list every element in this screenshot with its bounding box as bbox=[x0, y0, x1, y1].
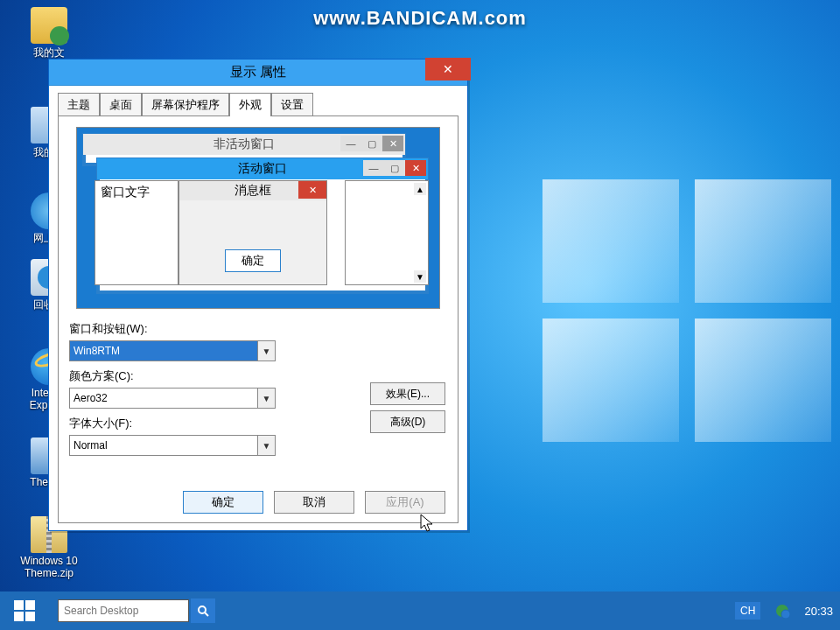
search-button[interactable] bbox=[191, 598, 215, 623]
clock[interactable]: 20:33 bbox=[804, 605, 833, 618]
search-input[interactable] bbox=[58, 599, 189, 622]
maximize-icon: ▢ bbox=[361, 136, 382, 151]
tab-desktop[interactable]: 桌面 bbox=[100, 93, 142, 116]
tab-appearance[interactable]: 外观 bbox=[229, 93, 271, 116]
scroll-down-icon: ▼ bbox=[414, 270, 426, 283]
preview-window-text-pane: 窗口文字 bbox=[94, 180, 178, 285]
start-button[interactable] bbox=[0, 592, 49, 630]
tab-settings[interactable]: 设置 bbox=[271, 93, 313, 116]
minimize-icon: — bbox=[363, 160, 384, 176]
scroll-up-icon: ▲ bbox=[414, 183, 426, 195]
preview-msgbox-ok-button: 确定 bbox=[225, 249, 281, 272]
system-tray: CH 20:33 bbox=[735, 602, 833, 620]
ok-button[interactable]: 确定 bbox=[183, 491, 263, 514]
close-icon: ✕ bbox=[382, 136, 403, 151]
font-size-value: Normal bbox=[74, 439, 108, 452]
dialog-title-text: 显示 属性 bbox=[230, 64, 286, 80]
cancel-button[interactable]: 取消 bbox=[274, 491, 354, 514]
tab-theme[interactable]: 主题 bbox=[58, 93, 100, 116]
close-icon: ✕ bbox=[443, 62, 453, 76]
desktop-icon-my-documents[interactable]: 我的文 bbox=[16, 7, 82, 60]
dialog-tabs: 主题 桌面 屏幕保护程序 外观 设置 bbox=[49, 86, 467, 116]
chevron-down-icon: ▼ bbox=[257, 436, 275, 455]
dialog-button-row: 确定 取消 应用(A) bbox=[183, 491, 445, 514]
tab-screensaver[interactable]: 屏幕保护程序 bbox=[142, 93, 229, 116]
appearance-preview: 非活动窗口 — ▢ ✕ 活动窗口 — ▢ bbox=[76, 127, 440, 309]
chevron-down-icon: ▼ bbox=[257, 388, 275, 408]
color-scheme-value: Aero32 bbox=[74, 392, 108, 404]
language-indicator[interactable]: CH bbox=[735, 602, 760, 620]
tab-panel-appearance: 非活动窗口 — ▢ ✕ 活动窗口 — ▢ bbox=[58, 116, 458, 523]
windows-buttons-label: 窗口和按钮(W): bbox=[69, 321, 447, 337]
close-icon: ✕ bbox=[405, 160, 426, 176]
wallpaper-windows-logo bbox=[542, 179, 831, 442]
svg-point-0 bbox=[199, 606, 206, 613]
effects-button[interactable]: 效果(E)... bbox=[370, 382, 445, 405]
windows-logo-icon bbox=[14, 600, 35, 621]
dialog-close-button[interactable]: ✕ bbox=[425, 58, 471, 80]
svg-point-3 bbox=[781, 610, 790, 619]
preview-msgbox-title: 消息框 bbox=[234, 183, 271, 199]
chevron-down-icon: ▼ bbox=[257, 341, 275, 360]
windows-buttons-combo[interactable]: Win8RTM ▼ bbox=[69, 340, 276, 361]
font-size-combo[interactable]: Normal ▼ bbox=[69, 435, 276, 456]
close-icon: ✕ bbox=[298, 181, 326, 199]
preview-active-title: 活动窗口 bbox=[238, 161, 287, 177]
minimize-icon: — bbox=[340, 136, 361, 151]
advanced-button[interactable]: 高级(D) bbox=[370, 410, 445, 433]
taskbar: CH 20:33 bbox=[0, 592, 840, 630]
desktop-icon-label: 我的文 bbox=[33, 46, 65, 59]
preview-message-box: 消息框 ✕ 确定 bbox=[178, 180, 327, 285]
svg-line-1 bbox=[205, 612, 208, 616]
preview-scroll-pane: ▲ ▼ bbox=[345, 180, 429, 285]
apply-button[interactable]: 应用(A) bbox=[365, 491, 445, 514]
tray-network-icon[interactable] bbox=[774, 603, 790, 619]
windows-buttons-value: Win8RTM bbox=[74, 345, 120, 357]
search-icon bbox=[197, 605, 209, 617]
maximize-icon: ▢ bbox=[384, 160, 405, 176]
preview-window-text: 窗口文字 bbox=[101, 185, 150, 199]
display-properties-dialog: 显示 属性 ✕ 主题 桌面 屏幕保护程序 外观 设置 非活动窗口 — ▢ bbox=[48, 59, 468, 531]
desktop-icon-label: Windows 10 Theme.zip bbox=[20, 555, 77, 579]
preview-inactive-title: 非活动窗口 bbox=[214, 136, 275, 152]
bandicam-watermark: www.BANDICAM.com bbox=[0, 7, 840, 30]
dialog-titlebar[interactable]: 显示 属性 ✕ bbox=[49, 60, 467, 86]
folder-user-icon bbox=[31, 7, 67, 44]
color-scheme-combo[interactable]: Aero32 ▼ bbox=[69, 388, 276, 409]
